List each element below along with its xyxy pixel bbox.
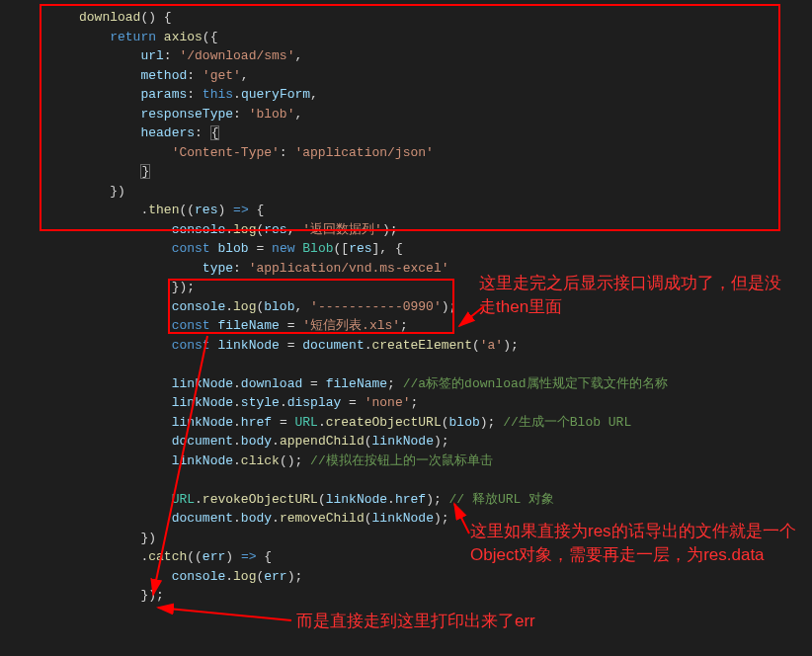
code-editor[interactable]: download() { return axios({ url: '/downl…	[0, 0, 812, 614]
bracket-highlight: }	[140, 164, 150, 179]
annotation-3: 而是直接走到这里打印出来了err	[296, 610, 691, 633]
code-token: download	[79, 10, 140, 25]
bracket-highlight: {	[210, 125, 220, 140]
